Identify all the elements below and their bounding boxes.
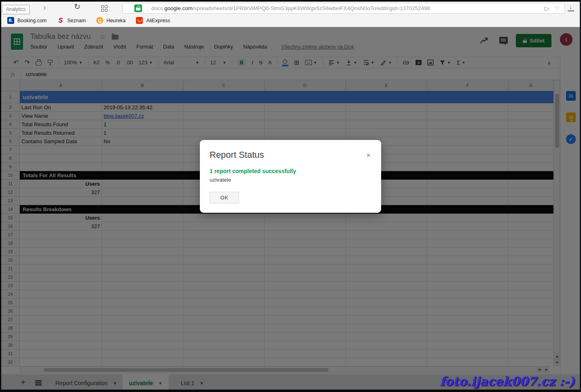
dialog-detail: uzivatele [210,177,231,183]
url-domain: google.com [164,5,193,11]
bookmark-heureka[interactable]: Q Heureka [96,17,125,24]
dialog-close-icon[interactable]: × [366,151,371,160]
window-frame-top [0,0,581,2]
bookmark-heart-icon[interactable]: ♡ [554,5,560,12]
watermark: foto.ijacek007.cz :-) [440,374,575,388]
bookmark-aliexpress[interactable]: AliExpress [136,17,170,24]
browser-speed-dial-icon[interactable] [101,5,108,12]
bookmark-booking[interactable]: B. Booking.com [7,17,47,24]
aliexpress-icon [136,17,143,24]
bookmark-label: Heureka [106,18,125,23]
url-domain-prefix: docs. [151,5,164,11]
seznam-icon: S [57,17,64,24]
send-to-flow-icon[interactable]: ▷ [545,5,549,12]
url-text: docs.google.com/spreadsheets/d/1PR8rViMP… [151,5,545,11]
downloads-icon[interactable]: ↓ [567,4,575,12]
dialog-ok-button[interactable]: OK [210,192,239,203]
bookmark-label: Seznam [67,18,86,23]
dialog-title: Report Status [210,150,264,160]
url-divider [147,5,147,12]
address-bar[interactable]: docs.google.com/spreadsheets/d/1PR8rViMP… [123,3,565,14]
heureka-icon: Q [96,17,103,24]
bookmark-seznam[interactable]: S Seznam [57,17,86,24]
browser-chrome: ‹ › ↻ docs.google.com/spreadsheets/d/1PR… [1,2,580,27]
bookmark-label: Booking.com [17,18,47,23]
report-status-dialog: Report Status × 1 report completed succe… [200,140,381,213]
dialog-success-message: 1 report completed successfully [210,168,296,174]
url-path: /spreadsheets/d/1PR8rViMPQ0-StmG3ppK6WWg… [193,5,430,11]
bookmark-label: AliExpress [146,18,170,23]
window-frame-left [0,0,1,392]
bookmarks-bar: B. Booking.com S Seznam Q Heureka AliExp… [1,14,580,27]
browser-tooltip: Analytics [2,5,30,14]
browser-forward-icon[interactable]: › [43,3,46,11]
booking-icon: B. [7,17,14,24]
browser-reload-icon[interactable]: ↻ [74,3,81,11]
window-frame-bottom [0,390,581,392]
secure-lock-icon[interactable] [134,4,142,12]
